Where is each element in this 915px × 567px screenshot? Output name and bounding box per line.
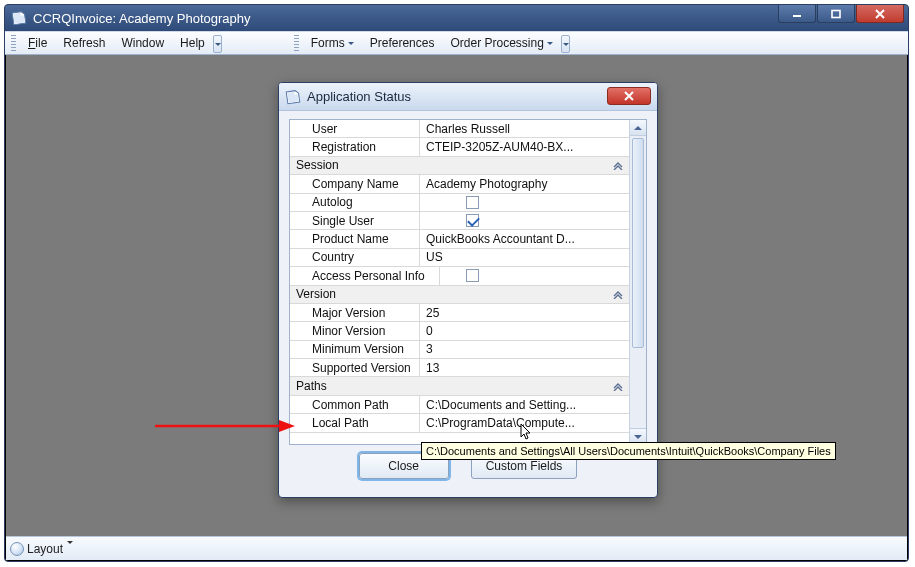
row-label: Single User — [290, 212, 420, 229]
menu-group-left: File Refresh Window Help — [9, 32, 232, 54]
layout-button[interactable]: Layout — [27, 542, 73, 556]
row-label: Product Name — [290, 230, 420, 247]
toolbar-grip[interactable] — [11, 35, 16, 53]
row-company-name[interactable]: Company Name Academy Photography — [290, 175, 629, 193]
svg-rect-1 — [832, 10, 840, 17]
chevron-down-icon — [348, 42, 354, 48]
row-autolog[interactable]: Autolog — [290, 194, 629, 212]
row-user[interactable]: User Charles Russell — [290, 120, 629, 138]
row-label: Access Personal Info — [290, 267, 440, 284]
menu-help[interactable]: Help — [172, 33, 213, 53]
row-supported-version[interactable]: Supported Version 13 — [290, 359, 629, 377]
window-close-button[interactable] — [856, 5, 904, 23]
collapse-icon[interactable] — [607, 289, 629, 299]
group-paths[interactable]: Paths — [290, 377, 629, 395]
row-access-personal-info[interactable]: Access Personal Info — [290, 267, 629, 285]
scroll-thumb[interactable] — [632, 138, 644, 348]
title-bar[interactable]: CCRQInvoice: Academy Photography — [5, 5, 908, 31]
row-registration[interactable]: Registration CTEIP-3205Z-AUM40-BX... — [290, 138, 629, 156]
row-major-version[interactable]: Major Version 25 — [290, 304, 629, 322]
app-icon — [284, 87, 302, 105]
row-value: US — [420, 249, 629, 266]
row-value: C:\Documents and Setting... — [420, 396, 629, 413]
minimize-button[interactable] — [778, 5, 816, 23]
group-label: Version — [290, 286, 607, 303]
checkbox-unchecked[interactable] — [466, 269, 479, 282]
menu-file[interactable]: File — [20, 33, 55, 53]
row-minor-version[interactable]: Minor Version 0 — [290, 322, 629, 340]
toolbar-grip[interactable] — [294, 35, 299, 53]
group-version[interactable]: Version — [290, 286, 629, 304]
collapse-icon[interactable] — [607, 160, 629, 170]
chevron-down-icon — [67, 541, 73, 561]
collapse-icon[interactable] — [607, 381, 629, 391]
tooltip: C:\Documents and Settings\All Users\Docu… — [421, 442, 836, 460]
maximize-button[interactable] — [817, 5, 855, 23]
checkbox-unchecked[interactable] — [466, 196, 479, 209]
chevron-down-icon — [547, 42, 553, 48]
menu-forms[interactable]: Forms — [303, 33, 362, 53]
window-title: CCRQInvoice: Academy Photography — [33, 11, 251, 26]
group-label: Session — [290, 157, 607, 174]
row-local-path[interactable]: Local Path C:\ProgramData\Compute... — [290, 414, 629, 432]
row-label: Company Name — [290, 175, 420, 192]
row-label: Country — [290, 249, 420, 266]
row-value: Academy Photography — [420, 175, 629, 192]
menu-group-right: Forms Preferences Order Processing — [292, 32, 580, 54]
group-label: Paths — [290, 377, 607, 394]
toolbar-overflow-icon[interactable] — [213, 35, 222, 53]
menu-bar: File Refresh Window Help Forms Preferenc… — [5, 31, 908, 55]
dialog-close-button[interactable] — [607, 87, 651, 105]
application-status-dialog: Application Status User Charles Russell … — [278, 82, 658, 498]
row-label: Major Version — [290, 304, 420, 321]
row-product-name[interactable]: Product Name QuickBooks Accountant D... — [290, 230, 629, 248]
dialog-title: Application Status — [307, 89, 411, 104]
vertical-scrollbar[interactable] — [629, 120, 646, 444]
row-value: 13 — [420, 359, 629, 376]
scroll-up-icon[interactable] — [630, 120, 646, 136]
row-value: CTEIP-3205Z-AUM40-BX... — [420, 138, 629, 155]
row-country[interactable]: Country US — [290, 249, 629, 267]
status-bar: Layout — [6, 536, 907, 560]
group-session[interactable]: Session — [290, 157, 629, 175]
menu-preferences[interactable]: Preferences — [362, 33, 443, 53]
row-value: 25 — [420, 304, 629, 321]
pointer-cursor-icon — [520, 423, 532, 441]
row-value: QuickBooks Accountant D... — [420, 230, 629, 247]
row-value: 3 — [420, 341, 629, 358]
row-label: Local Path — [290, 414, 420, 431]
dialog-title-bar[interactable]: Application Status — [279, 83, 657, 111]
row-label: Minor Version — [290, 322, 420, 339]
hint-icon — [10, 542, 24, 556]
row-minimum-version[interactable]: Minimum Version 3 — [290, 341, 629, 359]
row-single-user[interactable]: Single User — [290, 212, 629, 230]
menu-refresh[interactable]: Refresh — [55, 33, 113, 53]
row-label: Common Path — [290, 396, 420, 413]
dialog-body: User Charles Russell Registration CTEIP-… — [289, 119, 647, 445]
checkbox-checked[interactable] — [466, 214, 479, 227]
row-label: Registration — [290, 138, 420, 155]
row-value: Charles Russell — [420, 120, 629, 137]
property-grid: User Charles Russell Registration CTEIP-… — [290, 120, 629, 444]
menu-window[interactable]: Window — [113, 33, 172, 53]
row-label: Autolog — [290, 194, 420, 211]
row-label: Minimum Version — [290, 341, 420, 358]
menu-order-processing[interactable]: Order Processing — [442, 33, 560, 53]
row-label: Supported Version — [290, 359, 420, 376]
toolbar-overflow-icon[interactable] — [561, 35, 570, 53]
row-label: User — [290, 120, 420, 137]
app-icon — [10, 9, 28, 27]
row-value: 0 — [420, 322, 629, 339]
row-common-path[interactable]: Common Path C:\Documents and Setting... — [290, 396, 629, 414]
